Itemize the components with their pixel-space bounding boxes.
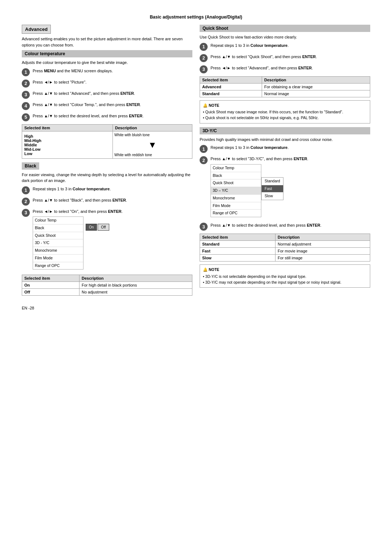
bt-desc-on: For high detail in black portions <box>79 282 192 289</box>
menu-item: 3D - Y/C <box>33 239 83 247</box>
colour-temp-header: Colour temperature <box>22 50 192 57</box>
bt-col1: Selected item <box>22 275 79 282</box>
step-num-3: 3 <box>22 91 30 99</box>
yc-col1: Selected item <box>200 234 275 241</box>
quick-shoot-header: Quick Shoot <box>200 25 370 32</box>
yc-item-standard: Standard <box>200 241 275 248</box>
step-num-b1: 1 <box>22 186 30 194</box>
step-3-colour: 3 Press ▲/▼ to select "Advanced", and th… <box>22 90 192 99</box>
step-1-yc: 1 Repeat steps 1 to 3 in Colour temperat… <box>200 145 370 153</box>
menu-item: Black <box>33 224 83 232</box>
yc-item-fast: Fast <box>200 248 275 255</box>
step-text-4: Press ▲/▼ to select "Colour Temp.", and … <box>33 102 192 108</box>
ct-col1: Selected item <box>22 124 113 131</box>
table-row: On For high detail in black portions <box>22 282 192 289</box>
menu-item: Range of OPC <box>33 262 83 270</box>
menu-item: Colour Temp <box>33 217 83 224</box>
step-num-yc3: 3 <box>200 223 208 231</box>
menu-item: Range of OPC <box>211 210 261 217</box>
step-text-b1: Repeat steps 1 to 3 in Colour temperatur… <box>33 186 192 192</box>
step-4-colour: 4 Press ▲/▼ to select "Colour Temp.", an… <box>22 102 192 110</box>
step-5-colour: 5 Press ▲/▼ to select the desired level,… <box>22 113 192 121</box>
step-num-yc1: 1 <box>200 145 208 153</box>
bt-desc-off: No adjustment <box>79 289 192 296</box>
step-text-b3: Press ◄/► to select "On", and then press… <box>33 208 192 272</box>
left-column: Advanced Advanced setting enables you to… <box>22 25 192 299</box>
black-section: Black For easier viewing, change the vie… <box>22 162 192 296</box>
menu-item: Film Mode <box>33 255 83 262</box>
step-num-b3: 3 <box>22 209 30 217</box>
menu-item: Quick Shoot <box>33 232 83 240</box>
menu-item: Monochrome <box>211 195 261 202</box>
note-1: • Quick Shoot may cause image noise. If … <box>203 109 367 115</box>
yc3d-desc: Provides high quality images with minima… <box>200 137 370 143</box>
note-2: • Quick shoot is not selectable on 50Hz … <box>203 115 367 121</box>
step-num-qs3: 3 <box>200 65 208 73</box>
step-text-qs1: Repeat steps 1 to 3 in Colour temperatur… <box>211 42 370 49</box>
note-icon: 🔔 NOTE <box>203 103 367 109</box>
yc3d-header: 3D-Y/C <box>200 127 370 134</box>
menu-item: Film Mode <box>211 202 261 210</box>
qs-col1: Selected item <box>200 76 262 83</box>
step-num-qs1: 1 <box>200 43 208 51</box>
qs-item-advanced: Advanced <box>200 83 262 90</box>
yc-note-icon: 🔔 NOTE <box>203 267 367 273</box>
quick-shoot-section: Quick Shoot Use Quick Shoot to view fast… <box>200 25 370 123</box>
step-2-black: 2 Press ▲/▼ to select "Black", and then … <box>22 197 192 206</box>
yc3d-sub-menu: Standard Fast Slow <box>261 177 283 200</box>
qs-col2: Description <box>262 76 370 83</box>
step-text-5: Press ▲/▼ to select the desired level, a… <box>33 113 192 119</box>
step-1-black: 1 Repeat steps 1 to 3 in Colour temperat… <box>22 186 192 194</box>
yc-note-2: • 3D-Y/C may not operate depending on th… <box>203 280 367 285</box>
yc-desc-fast: For movie image <box>275 248 370 255</box>
quick-shoot-table: Selected item Description Advanced For o… <box>200 76 370 97</box>
step-num-1: 1 <box>22 68 30 76</box>
table-row: Fast For movie image <box>200 248 370 255</box>
step-1-colour: 1 Press MENU and the MENU screen display… <box>22 68 192 76</box>
sub-item-fast: Fast <box>262 185 283 193</box>
black-on-off: On Off <box>86 224 109 231</box>
step-text-1: Press MENU and the MENU screen displays. <box>33 68 192 74</box>
black-desc: For easier viewing, change the viewing d… <box>22 172 192 184</box>
bt-item-off: Off <box>22 289 79 296</box>
right-column: Quick Shoot Use Quick Shoot to view fast… <box>200 25 370 299</box>
step-3-yc: 3 Press ▲/▼ to select the desired level,… <box>200 222 370 231</box>
sub-item-slow: Slow <box>262 193 283 200</box>
yc3d-table: Selected item Description Standard Norma… <box>200 234 370 262</box>
menu-item: Monochrome <box>33 247 83 255</box>
yc-desc-standard: Normal adjustment <box>275 241 370 248</box>
step-num-4: 4 <box>22 102 30 110</box>
step-text-b2: Press ▲/▼ to select "Black", and then pr… <box>33 197 192 203</box>
step-text-yc3: Press ▲/▼ to select the desired level, a… <box>211 222 370 228</box>
step-3-black: 3 Press ◄/► to select "On", and then pre… <box>22 208 192 272</box>
step-2-colour: 2 Press ◄/► to select "Picture". <box>22 79 192 88</box>
step-num-yc2: 2 <box>200 156 208 164</box>
table-row: Off No adjustment <box>22 289 192 296</box>
quick-shoot-desc: Use Quick Shoot to view fast-action vide… <box>200 34 370 40</box>
step-2-qs: 2 Press ▲/▼ to select "Quick Shoot", and… <box>200 54 370 62</box>
yc3d-section: 3D-Y/C Provides high quality images with… <box>200 127 370 288</box>
step-text-qs3: Press ◄/► to select "Advanced", and then… <box>211 65 370 71</box>
step-1-qs: 1 Repeat steps 1 to 3 in Colour temperat… <box>200 42 370 51</box>
qs-desc-standard: Normal image <box>262 90 370 97</box>
bt-item-on: On <box>22 282 79 289</box>
menu-item: Black <box>211 172 261 180</box>
colour-temp-desc: Adjusts the colour temperature to give t… <box>22 60 192 66</box>
menu-item: Colour Temp <box>211 165 261 172</box>
step-num-qs2: 2 <box>200 54 208 62</box>
step-3-qs: 3 Press ◄/► to select "Advanced", and th… <box>200 65 370 73</box>
step-text-qs2: Press ▲/▼ to select "Quick Shoot", and t… <box>211 54 370 60</box>
off-button: Off <box>98 224 109 231</box>
advanced-intro: Advanced setting enables you to set the … <box>22 36 192 48</box>
table-row: Standard Normal adjustment <box>200 241 370 248</box>
table-row: Slow For still image <box>200 255 370 262</box>
step-2-yc: 2 Press ▲/▼ to select "3D-Y/C", and then… <box>200 156 370 219</box>
page-title: Basic adjustment settings (Analogue/Digi… <box>22 15 370 20</box>
yc-col2: Description <box>275 234 370 241</box>
black-header: Black <box>22 162 39 170</box>
table-row: Standard Normal image <box>200 90 370 97</box>
step-text-2: Press ◄/► to select "Picture". <box>33 79 192 85</box>
advanced-header: Advanced <box>25 27 48 32</box>
step-text-3: Press ▲/▼ to select "Advanced", and then… <box>33 90 192 97</box>
menu-item: Quick Shoot <box>211 179 261 187</box>
